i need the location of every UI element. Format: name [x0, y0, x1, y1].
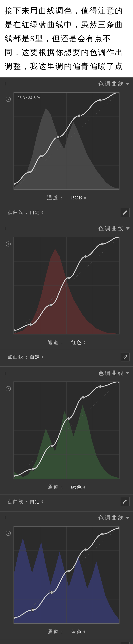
curve-point[interactable]: [67, 417, 70, 420]
curve-editor[interactable]: [14, 92, 120, 190]
curve-point[interactable]: [67, 276, 70, 279]
point-curve-row: 点曲线 : 自定: [0, 205, 133, 220]
point-curve-row: 点曲线 : 自定: [0, 350, 133, 365]
panel-switch-icon[interactable]: [4, 515, 7, 521]
curve-point[interactable]: [101, 533, 104, 536]
point-curve-label: 点曲线 :: [8, 644, 28, 644]
curve-point[interactable]: [50, 591, 53, 594]
curve-point[interactable]: [14, 182, 15, 185]
collapse-triangle-icon[interactable]: [126, 83, 130, 85]
point-curve-dropdown[interactable]: 自定: [30, 209, 43, 216]
curve-point[interactable]: [101, 242, 104, 245]
intro-paragraph: 接下来用曲线调色，值得注意的是在红绿蓝曲线中，虽然三条曲线都是S型，但还是会有点…: [0, 0, 133, 77]
tone-curve-panel: 色调曲线 26.3 / 34.5 %: [0, 77, 133, 222]
panel-body: 通道 : 红色 点曲线 : 自定: [0, 237, 133, 366]
panel-switch-icon[interactable]: [4, 226, 7, 232]
curve-svg[interactable]: [14, 382, 119, 479]
dropdown-spinner-icon[interactable]: [84, 486, 86, 488]
panel-header[interactable]: 色调曲线: [0, 222, 133, 235]
panel-switch-icon[interactable]: [4, 370, 7, 376]
curve-point[interactable]: [99, 385, 102, 388]
targeted-adjustment-icon[interactable]: [6, 242, 11, 246]
channel-dropdown[interactable]: 红色: [71, 339, 86, 346]
channel-label: 通道 :: [48, 339, 64, 346]
channel-row: 通道 : 红色: [0, 334, 133, 350]
collapse-triangle-icon[interactable]: [126, 228, 130, 230]
curve-editor[interactable]: [14, 237, 120, 334]
curve-point[interactable]: [78, 114, 80, 117]
panel-title: 色调曲线: [98, 225, 124, 232]
point-curve-dropdown[interactable]: 自定: [30, 644, 43, 644]
panel-header[interactable]: 色调曲线: [0, 512, 133, 524]
channel-row: 通道 : RGB: [0, 190, 133, 205]
point-curve-value: 自定: [30, 354, 40, 360]
curve-editor[interactable]: [14, 382, 120, 479]
collapse-triangle-icon[interactable]: [126, 517, 130, 519]
channel-value-text: 绿色: [71, 484, 82, 490]
collapse-triangle-icon[interactable]: [126, 372, 130, 374]
curve-svg[interactable]: [14, 92, 119, 190]
channel-value-text: RGB: [70, 195, 82, 201]
dropdown-spinner-icon[interactable]: [84, 341, 86, 344]
curve-point[interactable]: [14, 329, 15, 332]
curve-point[interactable]: [14, 616, 15, 619]
channel-dropdown[interactable]: 蓝色: [71, 628, 86, 635]
curve-point[interactable]: [31, 608, 34, 612]
curve-point[interactable]: [84, 255, 87, 258]
point-curve-dropdown[interactable]: 自定: [30, 498, 43, 505]
curve-editor[interactable]: [14, 526, 120, 624]
tone-curve-panel: 色调曲线: [0, 366, 133, 511]
point-curve-dropdown[interactable]: 自定: [30, 354, 43, 360]
panel-body: 通道 : 绿色 点曲线 : 自定: [0, 382, 133, 511]
tone-curve-panel: 色调曲线: [0, 511, 133, 644]
panel-title: 色调曲线: [98, 80, 124, 88]
dropdown-spinner-icon[interactable]: [42, 356, 43, 358]
curve-point[interactable]: [31, 468, 34, 470]
curve-point[interactable]: [118, 527, 119, 530]
curve-point[interactable]: [50, 444, 53, 447]
channel-row: 通道 : 蓝色: [0, 624, 133, 639]
edit-point-curve-button[interactable]: [121, 642, 130, 644]
panels-container: 色调曲线 26.3 / 34.5 %: [0, 77, 133, 644]
channel-dropdown[interactable]: 绿色: [71, 484, 86, 490]
curve-svg[interactable]: [14, 237, 119, 334]
panel-title: 色调曲线: [98, 514, 124, 522]
curve-point[interactable]: [84, 548, 87, 551]
dropdown-spinner-icon[interactable]: [42, 211, 43, 214]
channel-dropdown[interactable]: RGB: [70, 195, 86, 201]
curve-point[interactable]: [99, 99, 102, 102]
point-curve-label: 点曲线 :: [8, 209, 28, 216]
panel-switch-icon[interactable]: [4, 81, 7, 87]
curve-point[interactable]: [28, 171, 31, 174]
edit-point-curve-button[interactable]: [121, 352, 130, 362]
dropdown-spinner-icon[interactable]: [84, 196, 86, 199]
channel-label: 通道 :: [48, 628, 64, 635]
curve-point[interactable]: [29, 323, 32, 326]
pencil-icon: [122, 354, 128, 360]
curve-svg[interactable]: [14, 526, 119, 624]
curve-point[interactable]: [67, 570, 70, 573]
targeted-adjustment-icon[interactable]: [6, 531, 11, 536]
edit-point-curve-button[interactable]: [121, 208, 130, 217]
panel-header[interactable]: 色调曲线: [0, 78, 133, 90]
panel-header[interactable]: 色调曲线: [0, 367, 133, 380]
point-curve-row: 点曲线 : 自定: [0, 639, 133, 644]
curve-point[interactable]: [56, 136, 59, 138]
curve-point[interactable]: [40, 155, 43, 158]
point-curve-row: 点曲线 : 自定: [0, 494, 133, 510]
point-curve-value: 自定: [30, 209, 40, 216]
curve-coord-readout: 26.3 / 34.5 %: [17, 96, 40, 100]
point-curve-label: 点曲线 :: [8, 354, 28, 360]
channel-row: 通道 : 绿色: [0, 479, 133, 494]
panel-title: 色调曲线: [98, 370, 124, 377]
curve-point[interactable]: [49, 304, 52, 306]
curve-point[interactable]: [14, 475, 15, 478]
channel-label: 通道 :: [48, 484, 64, 490]
curve-point[interactable]: [82, 396, 85, 399]
edit-point-curve-button[interactable]: [121, 497, 130, 506]
dropdown-spinner-icon[interactable]: [84, 630, 86, 633]
targeted-adjustment-icon[interactable]: [6, 97, 11, 102]
targeted-adjustment-icon[interactable]: [6, 386, 11, 391]
channel-value-text: 红色: [71, 339, 82, 346]
dropdown-spinner-icon[interactable]: [42, 500, 43, 503]
